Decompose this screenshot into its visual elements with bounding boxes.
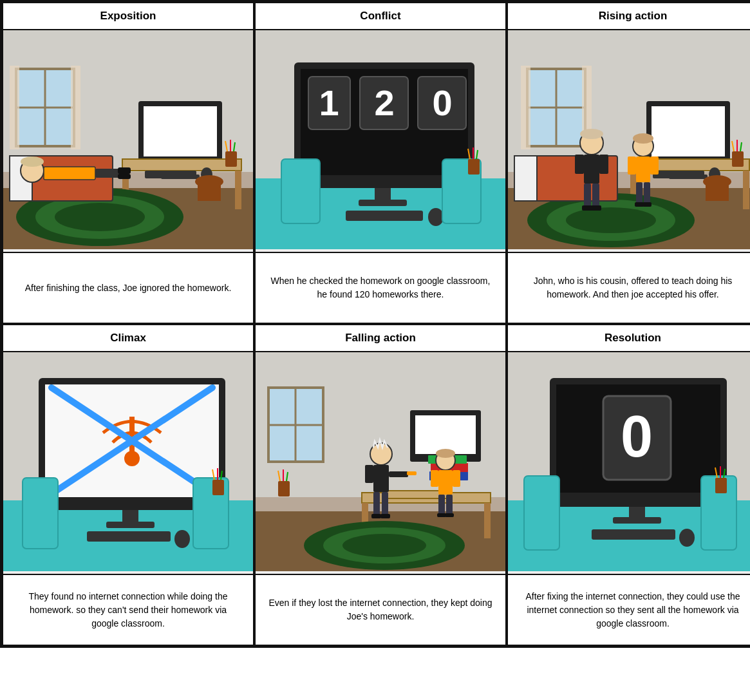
svg-rect-151 [453,470,460,487]
svg-rect-172 [715,478,727,493]
svg-rect-45 [359,200,407,206]
svg-point-148 [436,449,455,458]
svg-rect-146 [380,514,390,518]
svg-rect-85 [582,205,592,211]
svg-rect-29 [198,182,221,201]
svg-rect-90 [628,156,636,175]
svg-rect-112 [23,478,58,549]
svg-point-136 [342,534,426,557]
title-falling: Falling action [256,325,505,352]
svg-rect-44 [375,188,391,201]
text-resolution: After fixing the internet connection, th… [508,574,750,645]
svg-rect-9 [144,106,217,156]
svg-point-111 [174,530,190,548]
svg-rect-82 [599,155,608,174]
svg-rect-30 [225,151,237,167]
svg-rect-153 [446,495,453,516]
image-rising [508,30,750,252]
svg-rect-140 [365,465,373,483]
text-rising: John, who is his cousin, offered to teac… [508,252,750,323]
title-exposition: Exposition [3,3,253,30]
title-resolution: Resolution [508,325,750,352]
scene-svg-falling [256,352,505,571]
svg-rect-95 [642,202,652,207]
svg-rect-14 [235,171,241,209]
scene-svg-exposition [3,30,253,249]
cell-climax: Climax [2,324,254,646]
text-climax: They found no internet connection while … [3,574,253,645]
svg-rect-145 [371,514,381,518]
svg-point-73 [566,207,656,233]
scene-svg-resolution: 0 [508,352,750,571]
scene-svg-rising [508,30,750,249]
svg-rect-92 [636,182,642,205]
svg-rect-15 [145,171,196,178]
svg-rect-84 [592,184,599,208]
svg-rect-108 [122,510,138,523]
svg-rect-24 [44,167,95,180]
svg-rect-80 [584,155,599,184]
svg-rect-170 [524,476,559,550]
svg-rect-68 [743,171,749,209]
text-conflict: When he checked the homework on google c… [256,252,505,323]
svg-rect-143 [373,492,380,516]
svg-rect-93 [644,182,650,205]
svg-rect-25 [95,169,121,178]
svg-rect-6 [10,66,19,149]
cell-conflict: Conflict 1 2 0 [254,2,507,324]
svg-text:2: 2 [374,82,394,123]
title-rising: Rising action [508,3,750,30]
svg-rect-114 [212,480,224,495]
svg-point-23 [21,156,44,167]
svg-rect-81 [575,155,584,174]
svg-rect-141 [389,471,408,477]
svg-point-19 [55,203,145,231]
svg-rect-48 [281,159,320,223]
svg-rect-12 [122,159,241,171]
svg-rect-166 [629,507,645,518]
svg-rect-83 [584,184,591,208]
svg-text:0: 0 [432,82,452,123]
text-exposition: After finishing the class, Joe ignored t… [3,252,253,323]
svg-rect-7 [71,66,80,149]
svg-rect-94 [635,202,644,207]
text-falling: Even if they lost the internet connectio… [256,574,505,645]
svg-point-88 [633,133,653,144]
svg-rect-60 [521,66,530,149]
svg-rect-109 [106,522,155,528]
image-falling [256,352,505,574]
svg-point-47 [428,208,444,226]
title-climax: Climax [3,325,253,352]
svg-rect-149 [438,470,453,495]
image-exposition [3,30,253,252]
svg-rect-69 [653,171,704,178]
svg-rect-27 [118,174,131,179]
svg-text:1: 1 [319,82,339,123]
image-resolution: 0 [508,352,750,574]
svg-rect-75 [514,156,537,201]
svg-rect-168 [592,529,675,540]
cell-resolution: Resolution 0 [507,324,750,646]
storyboard-grid: Exposition [0,0,750,648]
svg-rect-139 [373,465,389,492]
svg-point-79 [580,129,603,139]
scene-svg-climax [3,352,253,571]
svg-text:0: 0 [621,404,653,469]
svg-rect-50 [468,159,480,175]
svg-rect-144 [382,492,388,516]
svg-rect-154 [437,513,446,517]
svg-rect-46 [346,211,423,221]
svg-rect-156 [278,481,290,497]
svg-rect-26 [118,167,131,174]
svg-rect-167 [613,517,661,524]
svg-rect-86 [591,205,601,211]
image-climax [3,352,253,574]
svg-rect-63 [652,106,725,156]
svg-rect-89 [636,156,650,182]
svg-rect-150 [431,470,438,487]
svg-rect-152 [438,495,445,516]
svg-rect-142 [407,471,417,475]
svg-point-169 [679,529,695,547]
cell-exposition: Exposition [2,2,254,324]
svg-rect-110 [87,531,171,542]
